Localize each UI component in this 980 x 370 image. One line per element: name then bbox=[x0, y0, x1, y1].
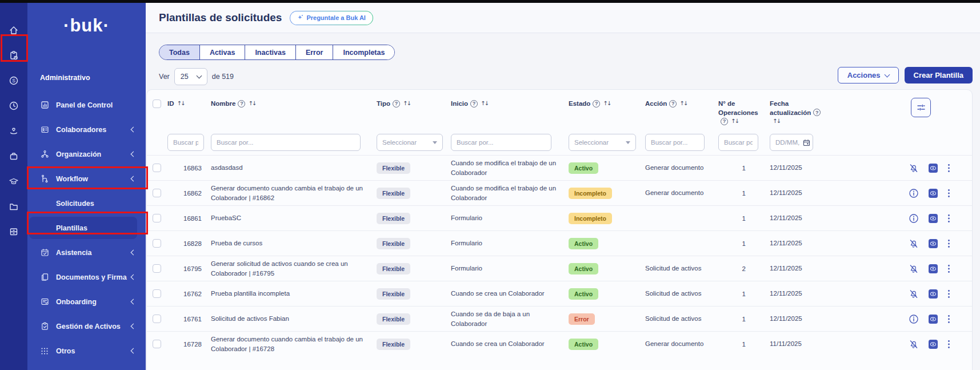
time-clock-icon[interactable] bbox=[0, 93, 27, 118]
calendar-icon[interactable] bbox=[803, 138, 810, 149]
help-icon[interactable]: ? bbox=[669, 100, 677, 108]
tab-inactivas[interactable]: Inactivas bbox=[245, 45, 295, 59]
column-header-accion[interactable]: Acción?↑↓ bbox=[645, 100, 718, 109]
info-circle-icon[interactable] bbox=[909, 188, 919, 198]
kebab-menu-icon[interactable] bbox=[947, 163, 950, 173]
kebab-menu-icon[interactable] bbox=[947, 339, 950, 349]
benefits-hand-heart-icon[interactable] bbox=[0, 118, 27, 144]
sidebar-section-label: Administrativo bbox=[40, 74, 90, 82]
info-circle-icon[interactable] bbox=[909, 314, 919, 324]
row-checkbox[interactable] bbox=[153, 164, 161, 172]
filter-estado-select[interactable]: Seleccionar bbox=[569, 134, 636, 151]
row-checkbox[interactable] bbox=[153, 189, 161, 197]
sort-icon[interactable]: ↑↓ bbox=[731, 118, 738, 124]
bell-slash-icon[interactable] bbox=[909, 339, 919, 349]
help-icon[interactable]: ? bbox=[393, 100, 400, 108]
bell-slash-icon[interactable] bbox=[909, 163, 919, 173]
sidebar-item-panel-de-control[interactable]: Panel de Control bbox=[27, 93, 146, 117]
info-circle-icon[interactable] bbox=[909, 213, 919, 224]
select-all-checkbox[interactable] bbox=[153, 100, 161, 108]
column-header-id[interactable]: ID↑↓ bbox=[167, 100, 211, 109]
column-header-operaciones[interactable]: N° de Operaciones?↑↓ bbox=[718, 100, 770, 126]
help-icon[interactable]: ? bbox=[238, 100, 245, 108]
filter-id-input[interactable] bbox=[167, 134, 204, 151]
sidebar-item-organizacion[interactable]: Organización bbox=[27, 142, 146, 166]
sort-icon[interactable]: ↑↓ bbox=[679, 100, 687, 106]
row-checkbox[interactable] bbox=[153, 289, 161, 298]
chevron-collapsed-icon bbox=[131, 176, 137, 182]
eye-preview-icon[interactable] bbox=[928, 314, 938, 324]
sort-icon[interactable]: ↑↓ bbox=[603, 100, 610, 106]
eye-preview-icon[interactable] bbox=[928, 188, 938, 198]
onboarding-card-icon bbox=[40, 297, 49, 307]
row-checkbox[interactable] bbox=[153, 340, 161, 348]
sort-icon[interactable]: ↑↓ bbox=[773, 118, 780, 124]
sidebar-item-otros[interactable]: Otros bbox=[27, 339, 146, 363]
eye-preview-icon[interactable] bbox=[928, 339, 938, 349]
eye-preview-icon[interactable] bbox=[928, 213, 938, 224]
column-header-fecha[interactable]: Fecha actualización?↑↓ bbox=[770, 100, 825, 126]
sidebar-item-solicitudes[interactable]: Solicitudes bbox=[27, 191, 146, 216]
kebab-menu-icon[interactable] bbox=[947, 264, 950, 274]
column-settings-button[interactable] bbox=[911, 98, 931, 117]
sidebar-item-documentos-y-firma[interactable]: Documentos y Firma bbox=[27, 265, 146, 289]
column-header-nombre[interactable]: Nombre?↑↓ bbox=[211, 100, 377, 109]
ask-buk-ai-button[interactable]: Preguntale a Buk AI bbox=[290, 11, 373, 25]
sort-icon[interactable]: ↑↓ bbox=[248, 100, 255, 106]
row-checkbox[interactable] bbox=[153, 264, 161, 273]
requests-clipboard-icon[interactable] bbox=[0, 43, 27, 68]
help-icon[interactable]: ? bbox=[470, 100, 478, 108]
chevron-collapsed-icon bbox=[131, 348, 137, 354]
help-icon[interactable]: ? bbox=[721, 118, 728, 125]
tab-incompletas[interactable]: Incompletas bbox=[333, 45, 394, 59]
sort-icon[interactable]: ↑↓ bbox=[481, 100, 488, 106]
sidebar-item-plantillas[interactable]: Plantillas bbox=[27, 216, 146, 240]
folder-icon[interactable] bbox=[0, 194, 27, 219]
tab-activas[interactable]: Activas bbox=[199, 45, 245, 59]
training-graduation-icon[interactable] bbox=[0, 169, 27, 194]
filter-operaciones-input[interactable] bbox=[718, 134, 758, 151]
sort-icon[interactable]: ↑↓ bbox=[177, 100, 185, 106]
filter-inicio-input[interactable] bbox=[451, 134, 551, 151]
row-nombre: PruebaSC bbox=[211, 213, 377, 223]
sidebar-item-workflow[interactable]: Workflow bbox=[27, 166, 146, 191]
row-checkbox[interactable] bbox=[153, 214, 161, 222]
sidebar-item-gestion-de-activos[interactable]: Gestión de Activos bbox=[27, 314, 146, 339]
sidebar-item-asistencia[interactable]: Asistencia bbox=[27, 240, 146, 265]
column-header-tipo[interactable]: Tipo?↑↓ bbox=[377, 100, 451, 109]
kebab-menu-icon[interactable] bbox=[947, 314, 950, 324]
sort-icon[interactable]: ↑↓ bbox=[403, 100, 410, 106]
kebab-menu-icon[interactable] bbox=[947, 238, 950, 249]
kebab-menu-icon[interactable] bbox=[947, 188, 950, 198]
help-icon[interactable]: ? bbox=[593, 100, 600, 108]
bell-slash-icon[interactable] bbox=[909, 238, 919, 249]
help-icon[interactable]: ? bbox=[813, 109, 821, 116]
bell-slash-icon[interactable] bbox=[909, 289, 919, 299]
row-checkbox[interactable] bbox=[153, 315, 161, 323]
crear-plantilla-button[interactable]: Crear Plantilla bbox=[905, 67, 973, 83]
eye-preview-icon[interactable] bbox=[928, 238, 938, 249]
bell-slash-icon[interactable] bbox=[909, 264, 919, 274]
eye-preview-icon[interactable] bbox=[928, 289, 938, 299]
column-header-estado[interactable]: Estado?↑↓ bbox=[569, 100, 645, 109]
kebab-menu-icon[interactable] bbox=[947, 289, 950, 299]
eye-preview-icon[interactable] bbox=[928, 163, 938, 173]
sidebar-item-colaboradores[interactable]: Colaboradores bbox=[27, 117, 146, 142]
archive-cabinet-icon[interactable] bbox=[0, 219, 27, 244]
acciones-button[interactable]: Acciones bbox=[838, 67, 899, 83]
tab-error[interactable]: Error bbox=[295, 45, 333, 59]
home-icon[interactable] bbox=[0, 18, 27, 43]
tab-todas[interactable]: Todas bbox=[159, 45, 199, 59]
filter-accion-input[interactable] bbox=[645, 134, 705, 151]
tipo-badge: Flexible bbox=[377, 238, 410, 249]
column-header-inicio[interactable]: Inicio?↑↓ bbox=[451, 100, 569, 109]
payroll-coin-icon[interactable]: S bbox=[0, 68, 27, 93]
page-size-select[interactable]: 25 bbox=[174, 68, 207, 85]
row-checkbox[interactable] bbox=[153, 239, 161, 248]
filter-nombre-input[interactable] bbox=[211, 134, 361, 151]
sidebar-item-onboarding[interactable]: Onboarding bbox=[27, 289, 146, 314]
filter-tipo-select[interactable]: Seleccionar bbox=[377, 134, 443, 151]
briefcase-icon[interactable] bbox=[0, 144, 27, 169]
eye-preview-icon[interactable] bbox=[928, 264, 938, 274]
kebab-menu-icon[interactable] bbox=[947, 213, 950, 224]
